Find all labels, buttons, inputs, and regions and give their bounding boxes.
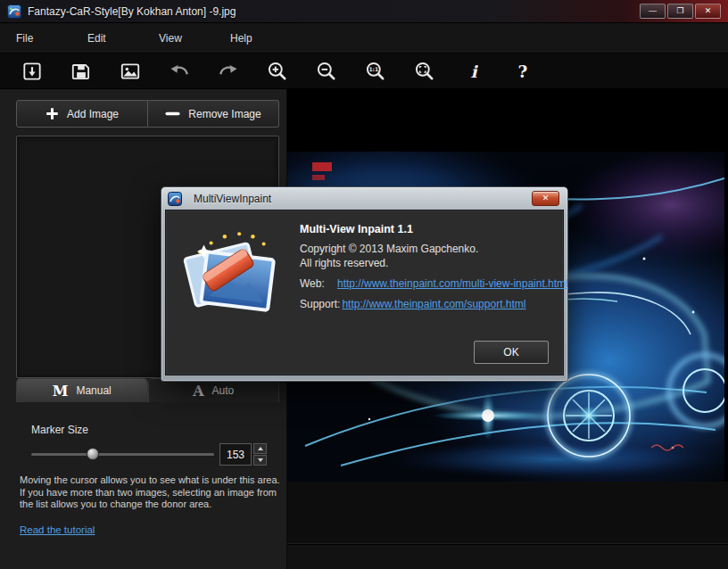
menu-file[interactable]: File [0,32,71,45]
dialog-app-name: Multi-View Inpaint 1.1 [300,223,552,235]
zoom-out-button[interactable] [302,56,351,87]
dialog-close-button[interactable]: ✕ [532,191,559,206]
zoom-out-icon [315,60,338,83]
slider-handle[interactable] [87,448,99,460]
redo-button[interactable] [203,56,252,87]
plus-icon [46,107,59,120]
image-buttons-row: Add Image Remove Image [16,100,279,128]
manual-tab-label: Manual [76,384,111,397]
support-link[interactable]: http://www.theinpaint.com/support.html [342,298,525,310]
canvas-bottom-bar [287,545,728,569]
dialog-web-row: Web: http://www.theinpaint.com/multi-vie… [300,277,552,290]
web-link[interactable]: http://www.theinpaint.com/multi-view-inp… [337,277,568,290]
mode-tabs: M Manual A Auto [16,378,279,402]
tab-manual[interactable]: M Manual [16,378,148,402]
info-button[interactable]: i [449,56,498,87]
menu-view[interactable]: View [143,32,214,45]
dialog-app-icon [168,192,182,206]
undo-icon [168,60,191,83]
web-label: Web: [300,277,335,290]
dialog-support-row: Support: http://www.theinpaint.com/suppo… [300,298,552,310]
close-button[interactable]: ✕ [695,4,721,19]
canvas-lower-strip [287,482,728,544]
save-button[interactable] [56,56,105,87]
marker-size-spinbox: 153 [219,443,267,466]
zoom-fit-icon [413,60,436,83]
add-image-label: Add Image [67,108,119,120]
marker-size-label: Marker Size [31,424,88,436]
remove-image-button[interactable]: Remove Image [148,100,279,128]
support-label: Support: [300,298,340,310]
dialog-copyright: Copyright © 2013 Maxim Gapchenko. [300,243,552,255]
zoom-in-button[interactable] [252,56,302,87]
help-icon: ? [511,60,534,83]
svg-text:?: ? [517,62,527,80]
image-icon [119,60,142,83]
dialog-rights: All rights reserved. [300,257,552,269]
zoom-fit-button[interactable] [400,56,449,87]
triangle-up-icon [258,447,263,450]
sidebar-help-text: Moving the cursor allows you to see what… [20,474,282,511]
zoom-actual-label: 1:1 [368,66,378,72]
window-title: Fantazy-CaR-Style[By Kokhan Anton] -9.jp… [28,5,236,18]
app-window: Fantazy-CaR-Style[By Kokhan Anton] -9.jp… [0,0,728,569]
zoom-actual-size-button[interactable]: 1:1 [351,56,400,87]
toolbar: 1:1 i ? [0,54,728,89]
inpaint-app-logo [177,219,285,328]
window-controls: — ❐ ✕ [640,4,721,19]
menu-edit[interactable]: Edit [71,32,143,45]
dialog-titlebar[interactable]: MultiViewInpaint ✕ [165,187,564,210]
ok-button[interactable]: OK [474,341,549,364]
maximize-button[interactable]: ❐ [667,4,693,19]
minus-icon [165,107,180,120]
window-titlebar[interactable]: Fantazy-CaR-Style[By Kokhan Anton] -9.jp… [0,0,728,23]
open-image-icon [21,60,44,83]
marker-size-input[interactable]: 153 [219,443,252,466]
open-image-button[interactable] [7,56,56,87]
undo-button[interactable] [154,56,203,87]
tutorial-link[interactable]: Read the tutorial [20,524,95,535]
info-icon: i [462,60,485,83]
spin-up-button[interactable] [253,443,267,454]
spin-steppers [253,443,267,466]
add-image-button[interactable]: Add Image [16,100,148,128]
triangle-down-icon [258,458,263,462]
menu-bar: File Edit View Help [0,23,728,54]
auto-tab-label: Auto [212,384,235,397]
dialog-title: MultiViewInpaint [194,193,271,205]
dialog-text-block: Multi-View Inpaint 1.1 Copyright © 2013 … [300,223,552,310]
zoom-actual-size-icon: 1:1 [364,60,387,83]
redo-icon [217,60,240,83]
slider-track[interactable] [31,453,214,456]
manual-tab-icon: M [53,383,69,400]
app-icon [7,4,21,19]
help-button[interactable]: ? [498,56,547,87]
marker-size-slider[interactable] [31,448,214,461]
zoom-in-icon [266,60,289,83]
spin-down-button[interactable] [253,455,267,466]
tab-auto[interactable]: A Auto [148,378,280,402]
svg-text:i: i [470,62,478,80]
menu-help[interactable]: Help [214,32,285,45]
about-dialog: MultiViewInpaint ✕ [161,186,568,382]
image-button[interactable] [105,56,154,87]
remove-image-label: Remove Image [188,108,261,120]
auto-tab-icon: A [193,383,203,400]
minimize-button[interactable]: — [640,4,666,19]
save-icon [70,60,93,83]
dialog-body: Multi-View Inpaint 1.1 Copyright © 2013 … [165,210,564,375]
